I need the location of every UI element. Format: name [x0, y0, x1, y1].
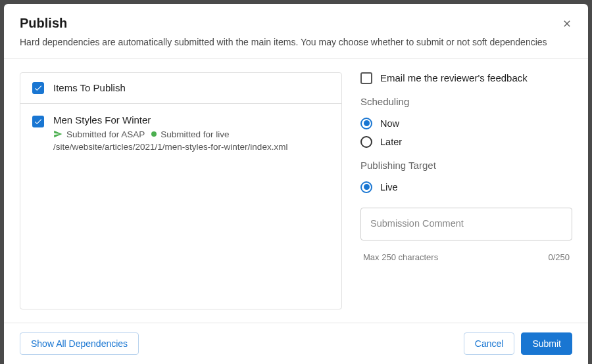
- check-icon: [34, 117, 43, 126]
- status-dot-icon: [151, 131, 157, 137]
- radio-now[interactable]: [360, 118, 372, 129]
- item-checkbox[interactable]: [32, 116, 44, 127]
- items-header-label: Items To Publish: [53, 82, 126, 93]
- footer-actions: Cancel Submit: [464, 332, 572, 355]
- item-meta: Submitted for ASAP Submitted for live: [53, 129, 330, 139]
- radio-live-label: Live: [380, 182, 398, 193]
- select-all-checkbox[interactable]: [32, 82, 44, 94]
- dialog-title: Publish: [20, 16, 572, 31]
- target-group: Live: [360, 181, 572, 193]
- submit-button[interactable]: Submit: [521, 332, 572, 355]
- close-icon: [562, 18, 572, 29]
- scheduling-later-option[interactable]: Later: [360, 136, 572, 148]
- email-feedback-option[interactable]: Email me the reviewer's feedback: [360, 72, 572, 84]
- close-button[interactable]: [559, 16, 575, 32]
- max-chars-label: Max 250 characters: [363, 252, 438, 262]
- scheduling-now-option[interactable]: Now: [360, 118, 572, 129]
- items-header-row: Items To Publish: [20, 73, 341, 104]
- dialog-subtitle: Hard dependencies are automatically subm…: [20, 36, 572, 49]
- scheduling-group: Now Later: [360, 118, 572, 148]
- item-content: Men Styles For Winter Submitted for ASAP…: [53, 114, 330, 152]
- comment-input[interactable]: Submission Comment: [360, 208, 572, 240]
- radio-later-label: Later: [380, 137, 402, 147]
- char-count: 0/250: [548, 252, 570, 262]
- publish-dialog: Publish Hard dependencies are automatica…: [4, 4, 588, 364]
- radio-now-label: Now: [380, 118, 399, 129]
- item-path: /site/website/articles/2021/1/men-styles…: [53, 142, 330, 152]
- options-panel: Email me the reviewer's feedback Schedul…: [360, 72, 572, 309]
- char-info: Max 250 characters 0/250: [360, 252, 572, 262]
- target-heading: Publishing Target: [360, 160, 572, 171]
- dialog-body: Items To Publish Men Styles For Winter S…: [4, 59, 588, 323]
- target-live-option[interactable]: Live: [360, 181, 572, 193]
- item-status-asap: Submitted for ASAP: [66, 129, 145, 139]
- check-icon: [34, 83, 43, 93]
- dialog-footer: Show All Dependencies Cancel Submit: [4, 323, 588, 364]
- item-status-live: Submitted for live: [160, 129, 229, 139]
- item-row: Men Styles For Winter Submitted for ASAP…: [20, 104, 341, 162]
- dialog-header: Publish Hard dependencies are automatica…: [4, 4, 588, 59]
- plane-icon: [53, 129, 62, 139]
- email-feedback-label: Email me the reviewer's feedback: [380, 72, 528, 83]
- cancel-button[interactable]: Cancel: [464, 332, 515, 355]
- scheduling-heading: Scheduling: [360, 96, 572, 107]
- show-dependencies-button[interactable]: Show All Dependencies: [20, 332, 139, 355]
- email-feedback-checkbox[interactable]: [360, 72, 372, 84]
- comment-placeholder: Submission Comment: [370, 218, 464, 229]
- radio-later[interactable]: [360, 136, 372, 148]
- item-title: Men Styles For Winter: [53, 114, 330, 125]
- radio-live[interactable]: [360, 181, 372, 193]
- items-panel: Items To Publish Men Styles For Winter S…: [20, 72, 342, 309]
